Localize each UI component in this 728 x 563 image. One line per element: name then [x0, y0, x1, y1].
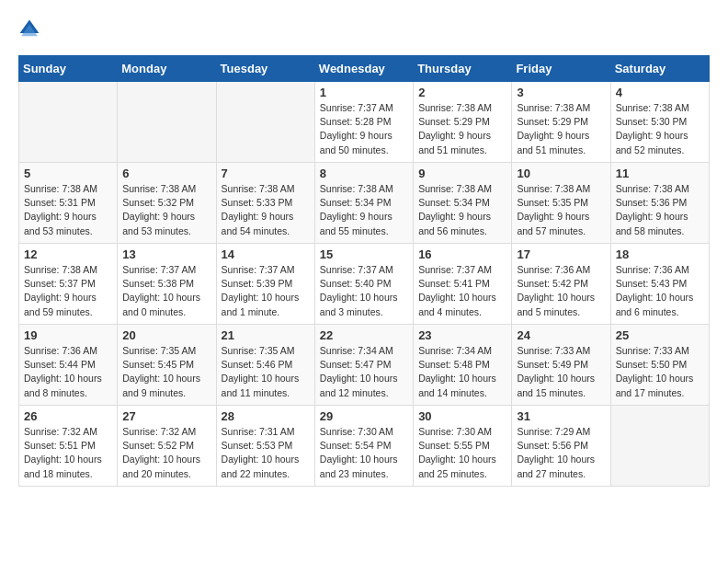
day-number: 15: [320, 247, 408, 261]
calendar-cell: 24Sunrise: 7:33 AM Sunset: 5:49 PM Dayli…: [512, 325, 610, 406]
day-number: 16: [418, 247, 506, 261]
day-of-week-header: Thursday: [414, 56, 512, 82]
day-info: Sunrise: 7:37 AM Sunset: 5:41 PM Dayligh…: [418, 263, 506, 319]
day-number: 26: [24, 409, 112, 423]
day-of-week-header: Tuesday: [216, 56, 314, 82]
day-number: 10: [517, 167, 605, 180]
calendar-cell: 7Sunrise: 7:38 AM Sunset: 5:33 PM Daylig…: [216, 163, 314, 244]
day-info: Sunrise: 7:35 AM Sunset: 5:46 PM Dayligh…: [222, 344, 310, 400]
day-info: Sunrise: 7:37 AM Sunset: 5:39 PM Dayligh…: [222, 263, 310, 319]
day-number: 3: [517, 86, 605, 99]
day-number: 9: [418, 167, 506, 180]
calendar-cell: 13Sunrise: 7:37 AM Sunset: 5:38 PM Dayli…: [118, 244, 216, 325]
day-number: 7: [222, 167, 310, 180]
calendar-cell: 10Sunrise: 7:38 AM Sunset: 5:35 PM Dayli…: [512, 163, 610, 244]
calendar-week-row: 1Sunrise: 7:37 AM Sunset: 5:28 PM Daylig…: [19, 82, 710, 163]
day-info: Sunrise: 7:38 AM Sunset: 5:29 PM Dayligh…: [418, 101, 506, 157]
day-number: 25: [616, 328, 704, 342]
day-of-week-header: Wednesday: [314, 56, 413, 82]
day-number: 11: [616, 167, 704, 180]
calendar-cell: 26Sunrise: 7:32 AM Sunset: 5:51 PM Dayli…: [19, 406, 118, 487]
day-info: Sunrise: 7:36 AM Sunset: 5:44 PM Dayligh…: [24, 344, 112, 400]
day-info: Sunrise: 7:38 AM Sunset: 5:34 PM Dayligh…: [418, 182, 506, 238]
calendar-cell: 19Sunrise: 7:36 AM Sunset: 5:44 PM Dayli…: [19, 325, 118, 406]
calendar-cell: 22Sunrise: 7:34 AM Sunset: 5:47 PM Dayli…: [314, 325, 413, 406]
day-info: Sunrise: 7:35 AM Sunset: 5:45 PM Dayligh…: [122, 344, 210, 400]
day-of-week-header: Friday: [512, 56, 610, 82]
calendar-cell: 5Sunrise: 7:38 AM Sunset: 5:31 PM Daylig…: [19, 163, 118, 244]
day-number: 18: [616, 247, 704, 261]
day-number: 21: [222, 328, 310, 342]
logo-icon: [18, 18, 40, 40]
day-info: Sunrise: 7:38 AM Sunset: 5:36 PM Dayligh…: [616, 182, 704, 238]
calendar-cell: 6Sunrise: 7:38 AM Sunset: 5:32 PM Daylig…: [118, 163, 216, 244]
calendar-cell: 9Sunrise: 7:38 AM Sunset: 5:34 PM Daylig…: [414, 163, 512, 244]
day-info: Sunrise: 7:31 AM Sunset: 5:53 PM Dayligh…: [222, 425, 310, 481]
day-info: Sunrise: 7:29 AM Sunset: 5:56 PM Dayligh…: [517, 425, 605, 481]
calendar-cell: [610, 406, 709, 487]
calendar-cell: 21Sunrise: 7:35 AM Sunset: 5:46 PM Dayli…: [216, 325, 314, 406]
day-number: 2: [418, 86, 506, 99]
day-number: 23: [418, 328, 506, 342]
calendar-cell: [118, 82, 216, 163]
calendar-cell: 30Sunrise: 7:30 AM Sunset: 5:55 PM Dayli…: [414, 406, 512, 487]
calendar-cell: 3Sunrise: 7:38 AM Sunset: 5:29 PM Daylig…: [512, 82, 610, 163]
day-info: Sunrise: 7:33 AM Sunset: 5:50 PM Dayligh…: [616, 344, 704, 400]
calendar-cell: 2Sunrise: 7:38 AM Sunset: 5:29 PM Daylig…: [414, 82, 512, 163]
day-info: Sunrise: 7:37 AM Sunset: 5:38 PM Dayligh…: [122, 263, 210, 319]
page-header: [18, 18, 710, 40]
day-info: Sunrise: 7:34 AM Sunset: 5:48 PM Dayligh…: [418, 344, 506, 400]
calendar-cell: 25Sunrise: 7:33 AM Sunset: 5:50 PM Dayli…: [610, 325, 709, 406]
calendar-table: SundayMondayTuesdayWednesdayThursdayFrid…: [18, 55, 710, 487]
calendar-week-row: 5Sunrise: 7:38 AM Sunset: 5:31 PM Daylig…: [19, 163, 710, 244]
calendar-cell: 31Sunrise: 7:29 AM Sunset: 5:56 PM Dayli…: [512, 406, 610, 487]
day-info: Sunrise: 7:38 AM Sunset: 5:34 PM Dayligh…: [320, 182, 408, 238]
calendar-cell: 15Sunrise: 7:37 AM Sunset: 5:40 PM Dayli…: [314, 244, 413, 325]
calendar-cell: 27Sunrise: 7:32 AM Sunset: 5:52 PM Dayli…: [118, 406, 216, 487]
day-info: Sunrise: 7:38 AM Sunset: 5:31 PM Dayligh…: [24, 182, 112, 238]
calendar-cell: 16Sunrise: 7:37 AM Sunset: 5:41 PM Dayli…: [414, 244, 512, 325]
day-number: 6: [122, 167, 210, 180]
day-number: 29: [320, 409, 408, 423]
calendar-cell: 20Sunrise: 7:35 AM Sunset: 5:45 PM Dayli…: [118, 325, 216, 406]
calendar-cell: 29Sunrise: 7:30 AM Sunset: 5:54 PM Dayli…: [314, 406, 413, 487]
calendar-cell: 8Sunrise: 7:38 AM Sunset: 5:34 PM Daylig…: [314, 163, 413, 244]
day-number: 8: [320, 167, 408, 180]
day-number: 4: [616, 86, 704, 99]
day-number: 30: [418, 409, 506, 423]
day-info: Sunrise: 7:38 AM Sunset: 5:30 PM Dayligh…: [616, 101, 704, 157]
calendar-cell: 12Sunrise: 7:38 AM Sunset: 5:37 PM Dayli…: [19, 244, 118, 325]
day-of-week-header: Sunday: [19, 56, 118, 82]
day-info: Sunrise: 7:33 AM Sunset: 5:49 PM Dayligh…: [517, 344, 605, 400]
day-number: 24: [517, 328, 605, 342]
calendar-cell: 4Sunrise: 7:38 AM Sunset: 5:30 PM Daylig…: [610, 82, 709, 163]
day-info: Sunrise: 7:38 AM Sunset: 5:33 PM Dayligh…: [222, 182, 310, 238]
day-number: 19: [24, 328, 112, 342]
day-number: 5: [24, 167, 112, 180]
day-number: 1: [320, 86, 408, 99]
day-number: 31: [517, 409, 605, 423]
calendar-cell: 28Sunrise: 7:31 AM Sunset: 5:53 PM Dayli…: [216, 406, 314, 487]
calendar-cell: 11Sunrise: 7:38 AM Sunset: 5:36 PM Dayli…: [610, 163, 709, 244]
calendar-header-row: SundayMondayTuesdayWednesdayThursdayFrid…: [19, 56, 710, 82]
day-info: Sunrise: 7:38 AM Sunset: 5:35 PM Dayligh…: [517, 182, 605, 238]
day-info: Sunrise: 7:36 AM Sunset: 5:43 PM Dayligh…: [616, 263, 704, 319]
calendar-week-row: 26Sunrise: 7:32 AM Sunset: 5:51 PM Dayli…: [19, 406, 710, 487]
day-number: 13: [122, 247, 210, 261]
calendar-cell: [19, 82, 118, 163]
day-number: 28: [222, 409, 310, 423]
day-info: Sunrise: 7:38 AM Sunset: 5:32 PM Dayligh…: [122, 182, 210, 238]
calendar-cell: 17Sunrise: 7:36 AM Sunset: 5:42 PM Dayli…: [512, 244, 610, 325]
day-number: 20: [122, 328, 210, 342]
day-info: Sunrise: 7:30 AM Sunset: 5:55 PM Dayligh…: [418, 425, 506, 481]
day-number: 27: [122, 409, 210, 423]
day-info: Sunrise: 7:30 AM Sunset: 5:54 PM Dayligh…: [320, 425, 408, 481]
day-number: 22: [320, 328, 408, 342]
day-number: 14: [222, 247, 310, 261]
calendar-cell: 18Sunrise: 7:36 AM Sunset: 5:43 PM Dayli…: [610, 244, 709, 325]
day-info: Sunrise: 7:37 AM Sunset: 5:40 PM Dayligh…: [320, 263, 408, 319]
day-info: Sunrise: 7:37 AM Sunset: 5:28 PM Dayligh…: [320, 101, 408, 157]
day-info: Sunrise: 7:38 AM Sunset: 5:29 PM Dayligh…: [517, 101, 605, 157]
calendar-cell: [216, 82, 314, 163]
calendar-week-row: 12Sunrise: 7:38 AM Sunset: 5:37 PM Dayli…: [19, 244, 710, 325]
